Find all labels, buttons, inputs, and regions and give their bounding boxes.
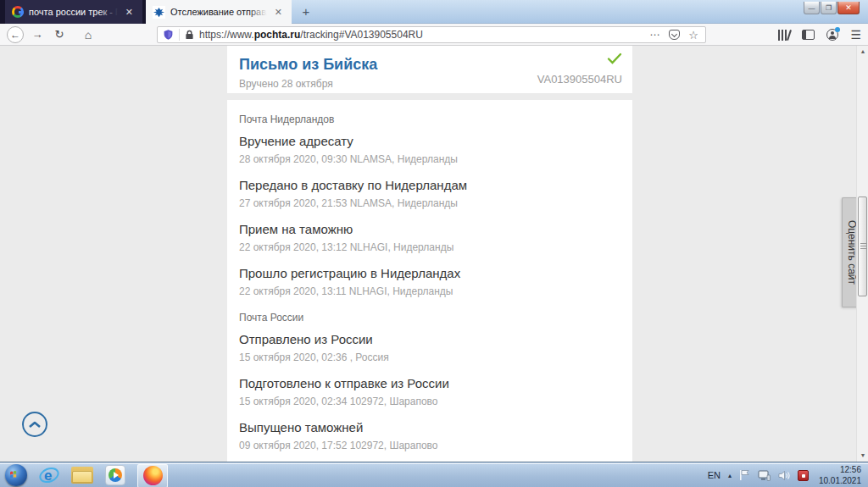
svg-text:e: e (44, 468, 52, 484)
tab-title: Отслеживание отправлений — (170, 7, 267, 17)
carrier-label: Почта Нидерландов (239, 103, 620, 125)
event-title: Передано в доставку по Нидерландам (239, 178, 620, 192)
browser-scrollbar[interactable]: ▲ ▼ (856, 46, 868, 462)
home-button[interactable]: ⌂ (80, 28, 97, 42)
tracking-number: VA013905504RU (537, 73, 622, 86)
language-indicator[interactable]: EN (708, 470, 721, 480)
event-details: 28 октября 2020, 09:30 NLAMSA, Нидерланд… (239, 153, 620, 165)
clock-date: 10.01.2021 (819, 475, 861, 486)
tracking-event: Отправлено из России 15 октября 2020, 02… (239, 324, 620, 368)
window-controls: — ❐ ✕ (804, 2, 860, 14)
events: Вручение адресату 28 октября 2020, 09:30… (239, 125, 620, 302)
event-details: 15 октября 2020, 02:36 , Россия (239, 351, 620, 363)
volume-icon[interactable] (778, 470, 790, 481)
windows-flag-icon (10, 470, 22, 480)
carrier-section: Почта России Отправлено из России 15 окт… (239, 302, 620, 463)
account-icon[interactable] (826, 29, 838, 41)
event-title: Вручение адресату (239, 134, 620, 148)
page-viewport: Письмо из Бийска Вручено 28 октября VA01… (0, 46, 868, 462)
account-notification-dot (835, 27, 840, 32)
tracking-list: Почта Нидерландов Вручение адресату 28 о… (227, 100, 632, 463)
event-title: Подготовлено к отправке из России (239, 376, 620, 390)
back-button[interactable]: ← (7, 26, 24, 43)
security-tray-icon[interactable] (798, 470, 809, 481)
event-title: Выпущено таможней (239, 420, 620, 434)
tab-title: почта россии трек - Поиск в (29, 7, 118, 17)
shipment-header: Письмо из Бийска Вручено 28 октября VA01… (227, 46, 632, 93)
firefox-icon (143, 466, 163, 485)
events: Отправлено из России 15 октября 2020, 02… (239, 324, 620, 463)
page-actions-icon[interactable]: ⋯ (649, 29, 660, 41)
tracking-content-column: Письмо из Бийска Вручено 28 октября VA01… (227, 46, 632, 462)
toolbar-right-cluster: ☰ (778, 24, 861, 46)
browser-titlebar: почта россии трек - Поиск в ✕ Отслеживан… (0, 0, 868, 24)
tab-close-icon[interactable]: ✕ (123, 6, 136, 19)
urlbar-separator (179, 29, 180, 41)
tracking-event: Прием на таможню 22 октября 2020, 13:12 … (239, 213, 620, 257)
windows-explorer-icon[interactable] (71, 467, 93, 484)
event-details: 15 октября 2020, 02:34 102972, Шарапово (239, 396, 620, 407)
urlbar-actions: ⋯ ☆ (649, 29, 698, 42)
https-lock-icon[interactable] (185, 30, 194, 40)
tracking-protection-shield-icon[interactable] (163, 29, 174, 41)
chevron-up-icon (28, 420, 42, 429)
new-tab-button[interactable]: + (297, 3, 315, 20)
pocket-icon[interactable] (669, 30, 680, 40)
tracking-event: Прошло регистрацию в Нидерландах 22 октя… (239, 257, 620, 302)
close-button[interactable]: ✕ (837, 2, 860, 14)
sidebar-icon[interactable] (802, 30, 815, 40)
tracking-event: Подготовлено к отправке из России 15 окт… (239, 368, 620, 412)
tray-clock[interactable]: 12:56 10.01.2021 (819, 464, 861, 486)
scrollbar-down-arrow[interactable]: ▼ (857, 450, 868, 462)
event-details: 22 октября 2020, 13:11 NLHAGI, Нидерланд… (239, 285, 620, 297)
forward-button[interactable]: → (29, 28, 46, 41)
event-title: Прошло регистрацию в Нидерландах (239, 266, 620, 280)
taskbar-icons: e (5, 462, 168, 487)
url-text[interactable]: https://www.pochta.ru/tracking#VA0139055… (199, 29, 649, 41)
scrollbar-grip (860, 243, 866, 244)
tab-search-results[interactable]: почта россии трек - Поиск в ✕ (5, 0, 142, 24)
scrollbar-up-arrow[interactable]: ▲ (857, 46, 868, 58)
start-button[interactable] (5, 464, 27, 486)
media-player-icon[interactable] (105, 465, 125, 485)
hidden-icons-arrow[interactable]: ▴ (728, 472, 732, 479)
carrier-section: Почта Нидерландов Вручение адресату 28 о… (239, 103, 620, 302)
tab-tracking-active[interactable]: Отслеживание отправлений — ✕ (146, 0, 292, 24)
restore-button[interactable]: ❐ (821, 2, 837, 14)
hamburger-menu-icon[interactable]: ☰ (850, 28, 861, 42)
reload-button[interactable]: ↻ (51, 28, 68, 41)
network-icon[interactable] (758, 470, 771, 481)
windows-taskbar: e EN ▴ (0, 462, 868, 487)
system-tray: EN ▴ 12:56 10.01.2021 (708, 462, 865, 487)
carrier-label: Почта России (239, 302, 620, 324)
browser-toolbar: ← → ↻ ⌂ https://www.pochta.ru/tracking#V… (0, 24, 868, 46)
event-title: Отправлено из России (239, 332, 620, 346)
scroll-to-top-button[interactable] (22, 412, 47, 437)
event-details: 22 октября 2020, 13:12 NLHAGI, Нидерланд… (239, 241, 620, 253)
event-details: 27 октября 2020, 21:53 NLAMSA, Нидерланд… (239, 197, 620, 209)
tab-close-icon[interactable]: ✕ (272, 6, 285, 19)
action-center-flag-icon[interactable] (739, 469, 750, 481)
shipment-header-right: VA013905504RU (537, 53, 622, 86)
url-bar[interactable]: https://www.pochta.ru/tracking#VA0139055… (157, 26, 706, 43)
delivered-check-icon (607, 53, 622, 64)
firefox-taskbar-button-active[interactable] (137, 464, 168, 487)
minimize-button[interactable]: — (804, 2, 820, 14)
tracking-event: Передано в доставку по Нидерландам 27 ок… (239, 169, 620, 213)
event-title: Прием на таможню (239, 222, 620, 236)
bookmark-star-icon[interactable]: ☆ (688, 29, 698, 42)
event-details: 09 октября 2020, 17:52 102972, Шарапово (239, 440, 620, 451)
internet-explorer-icon[interactable]: e (39, 465, 59, 485)
tracking-event: Выпущено таможней 09 октября 2020, 17:52… (239, 412, 620, 456)
desktop: почта россии трек - Поиск в ✕ Отслеживан… (0, 0, 868, 487)
google-favicon (12, 6, 24, 18)
pochta-favicon (153, 6, 165, 19)
tracking-event: Вручение адресату 28 октября 2020, 09:30… (239, 125, 620, 169)
scrollbar-thumb[interactable] (858, 196, 867, 296)
clock-time: 12:56 (819, 464, 861, 475)
library-icon[interactable] (778, 30, 790, 41)
